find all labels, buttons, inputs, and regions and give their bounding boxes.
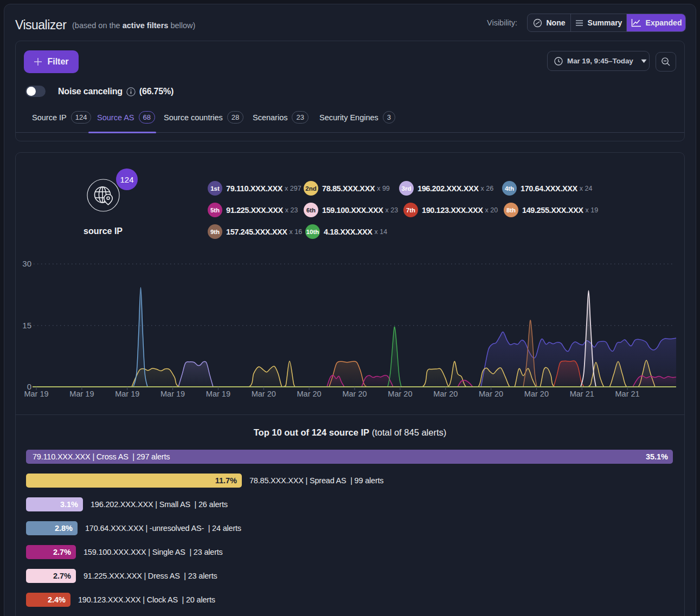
svg-text:Mar 20: Mar 20 [479, 390, 503, 398]
svg-text:Mar 19: Mar 19 [206, 390, 230, 398]
svg-text:15: 15 [22, 321, 31, 330]
svg-text:Mar 20: Mar 20 [388, 390, 412, 398]
svg-text:Mar 21: Mar 21 [570, 390, 594, 398]
svg-text:Mar 19: Mar 19 [24, 390, 48, 398]
svg-text:Mar 20: Mar 20 [342, 390, 367, 398]
svg-text:Mar 19: Mar 19 [115, 390, 139, 398]
svg-text:Mar 21: Mar 21 [615, 390, 640, 398]
svg-text:Mar 20: Mar 20 [297, 390, 322, 398]
svg-text:Mar 19: Mar 19 [69, 390, 94, 398]
svg-text:30: 30 [22, 259, 31, 268]
svg-text:Mar 19: Mar 19 [160, 390, 185, 398]
svg-text:Mar 20: Mar 20 [524, 390, 549, 398]
svg-text:Mar 20: Mar 20 [433, 390, 458, 398]
svg-text:Mar 20: Mar 20 [252, 390, 276, 398]
